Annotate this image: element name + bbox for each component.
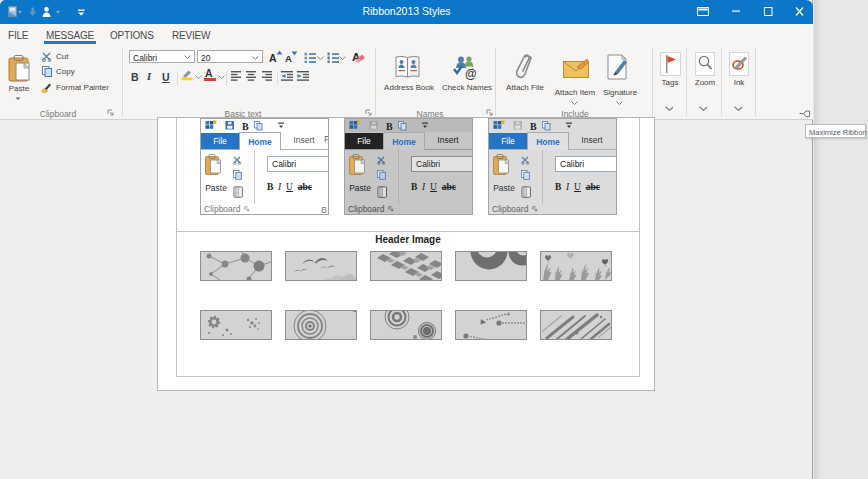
svg-text:B: B (242, 121, 249, 132)
svg-text:B: B (530, 121, 537, 132)
svg-text:B: B (386, 121, 393, 132)
svg-text:@: @ (465, 67, 477, 81)
